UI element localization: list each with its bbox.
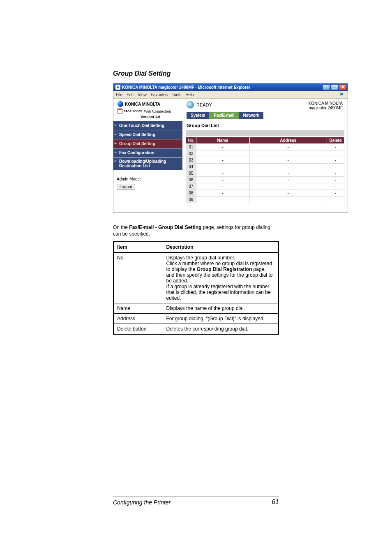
pagescope-prefix: PAGE SCOPE — [124, 110, 143, 113]
table-cell-name: - — [196, 150, 249, 157]
main-tabs: System Fax/E-mail Network — [187, 112, 290, 119]
ie-throbber-icon: ⚑ — [338, 92, 345, 97]
tab-system[interactable]: System — [187, 112, 210, 119]
pagescope-label: Web Connection — [144, 109, 171, 113]
product-label: KONICA MINOLTA magicolor 2490MF — [292, 99, 345, 121]
tab-faxemail[interactable]: Fax/E-mail — [210, 112, 239, 119]
table-cell-no[interactable]: 04 — [186, 164, 196, 170]
table-cell-delete[interactable]: - — [327, 170, 344, 177]
spec-row-addr-desc: For group dialing, “(Group Dial)” is dis… — [163, 314, 279, 324]
caption-pre: On the — [113, 224, 129, 230]
table-cell-delete[interactable]: - — [327, 197, 344, 203]
content-area: Group Dial List No. Name Address Delete … — [182, 121, 348, 212]
table-cell-delete[interactable]: - — [327, 164, 344, 170]
section-heading: Group Dial Setting — [113, 70, 279, 77]
maximize-button[interactable]: ❐ — [331, 84, 338, 90]
content-title: Group Dial List — [187, 123, 344, 128]
tab-network[interactable]: Network — [239, 112, 263, 119]
table-cell-no[interactable]: 02 — [186, 150, 196, 157]
spec-row-no-item: No. — [113, 252, 163, 303]
table-cell-name: - — [196, 177, 249, 183]
sidebar-item-download[interactable]: Downloading/Uploading Destination List — [113, 157, 182, 170]
table-row: 07--- — [186, 183, 344, 190]
table-cell-name: - — [196, 183, 249, 190]
table-cell-address: - — [249, 177, 327, 183]
caption-bold: Fax/E-mail - Group Dial Setting — [129, 224, 201, 230]
table-cell-no[interactable]: 05 — [186, 170, 196, 177]
table-row: 05--- — [186, 170, 344, 177]
logout-button[interactable]: Logout — [117, 184, 135, 190]
window-titlebar: e KONICA MINOLTA magicolor 2490MF - Micr… — [113, 83, 348, 91]
col-address: Address — [249, 137, 327, 144]
table-cell-delete[interactable]: - — [327, 157, 344, 164]
table-cell-delete[interactable]: - — [327, 150, 344, 157]
spec-row-del-item: Delete button — [113, 324, 163, 335]
spec-row-no-desc: Displays the group dial number. Click a … — [163, 252, 279, 303]
table-row: 08--- — [186, 190, 344, 197]
version-label: Version 1.0 — [118, 115, 183, 119]
spec-no-l2b: Group Dial Registration — [197, 266, 252, 272]
col-no: No. — [186, 137, 196, 144]
table-row: 04--- — [186, 164, 344, 170]
menu-help[interactable]: Help — [185, 92, 194, 97]
table-cell-name: - — [196, 197, 249, 203]
menu-edit[interactable]: Edit — [127, 92, 134, 97]
spec-row-addr-item: Address — [113, 314, 163, 324]
table-row: 03--- — [186, 157, 344, 164]
close-button[interactable]: ✕ — [339, 84, 346, 90]
menu-view[interactable]: View — [138, 92, 147, 97]
table-cell-name: - — [196, 157, 249, 164]
table-cell-delete[interactable]: - — [327, 144, 344, 150]
table-cell-name: - — [196, 190, 249, 197]
table-cell-no[interactable]: 06 — [186, 177, 196, 183]
spec-row-name-desc: Displays the name of the group dial. — [163, 303, 279, 314]
menu-tools[interactable]: Tools — [172, 92, 181, 97]
content-strip — [186, 130, 344, 136]
sidebar-item-faxconfig[interactable]: Fax Configuration — [113, 148, 182, 157]
spec-row-name-item: Name — [113, 303, 163, 314]
col-delete: Delete — [327, 137, 344, 144]
menu-file[interactable]: File — [116, 92, 122, 97]
minimize-button[interactable]: – — [323, 84, 330, 90]
km-logo-text: KONICA MINOLTA — [125, 102, 160, 106]
table-cell-address: - — [249, 144, 327, 150]
table-cell-address: - — [249, 183, 327, 190]
status-globe-icon — [187, 101, 194, 109]
status-ready: READY — [196, 102, 212, 107]
table-cell-no[interactable]: 03 — [186, 157, 196, 164]
spec-no-l1: Displays the group dial number. — [166, 255, 235, 261]
spec-header-item: Item — [113, 242, 163, 252]
table-cell-no[interactable]: 07 — [186, 183, 196, 190]
sidebar-item-group[interactable]: Group Dial Setting — [113, 139, 182, 148]
spec-no-l3: If a group is already registered with th… — [166, 284, 271, 301]
sidebar-item-onetouch[interactable]: One-Touch Dial Setting — [113, 121, 182, 130]
km-globe-icon — [118, 101, 123, 107]
window-title: KONICA MINOLTA magicolor 2490MF - Micros… — [122, 85, 323, 90]
table-cell-address: - — [249, 170, 327, 177]
table-cell-address: - — [249, 190, 327, 197]
caption-text: On the Fax/E-mail - Group Dial Setting p… — [113, 224, 279, 237]
product-line2: magicolor 2490MF — [294, 106, 343, 110]
menu-favorites[interactable]: Favorites — [151, 92, 168, 97]
ie-icon: e — [115, 85, 120, 90]
table-cell-address: - — [249, 164, 327, 170]
table-cell-delete[interactable]: - — [327, 177, 344, 183]
table-cell-name: - — [196, 164, 249, 170]
product-line1: KONICA MINOLTA — [294, 101, 343, 106]
spec-table: Item Description No. Displays the group … — [113, 241, 279, 335]
table-row: 02--- — [186, 150, 344, 157]
table-cell-delete[interactable]: - — [327, 183, 344, 190]
table-cell-address: - — [249, 157, 327, 164]
table-cell-no[interactable]: 09 — [186, 197, 196, 203]
group-dial-table: No. Name Address Delete 01---02---03---0… — [186, 137, 344, 203]
admin-mode-label: Admin Mode: — [117, 177, 179, 181]
sidebar-item-speed[interactable]: Speed Dial Setting — [113, 130, 182, 139]
table-cell-no[interactable]: 08 — [186, 190, 196, 197]
ie-window: e KONICA MINOLTA magicolor 2490MF - Micr… — [113, 83, 348, 213]
table-cell-delete[interactable]: - — [327, 190, 344, 197]
footer-page-number: 61 — [272, 498, 279, 506]
spec-header-desc: Description — [163, 242, 279, 252]
km-logo: KONICA MINOLTA — [118, 101, 183, 107]
col-name: Name — [196, 137, 249, 144]
table-cell-no[interactable]: 01 — [186, 144, 196, 150]
